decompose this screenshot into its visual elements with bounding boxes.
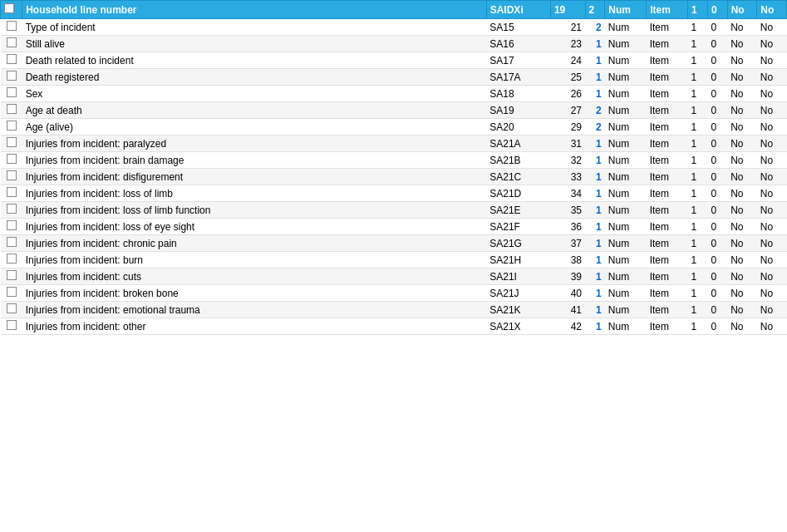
row-num2: 1 (585, 318, 605, 335)
row-num2: 1 (585, 86, 605, 102)
table-row[interactable]: Type of incidentSA15212NumItem10NoNo (1, 19, 787, 36)
row-n1: 1 (688, 69, 708, 86)
table-row[interactable]: Injuries from incident: emotional trauma… (1, 302, 787, 318)
row-checkbox-cell (1, 36, 22, 52)
header-check[interactable] (1, 1, 22, 19)
row-code: SA21K (486, 302, 550, 318)
row-type: Num (605, 69, 647, 86)
row-name: Injuries from incident: broken bone (22, 285, 487, 302)
table-row[interactable]: Injuries from incident: paralyzedSA21A31… (1, 135, 787, 152)
row-no2: No (757, 202, 787, 219)
row-no2: No (757, 119, 787, 135)
row-num1: 23 (550, 36, 585, 52)
row-num1: 36 (550, 219, 585, 235)
table-row[interactable]: Injuries from incident: loss of limbSA21… (1, 185, 787, 202)
table-row[interactable]: Age (alive)SA20292NumItem10NoNo (1, 119, 787, 135)
row-num2: 2 (585, 19, 605, 36)
row-n2: 0 (707, 169, 727, 185)
row-checkbox[interactable] (7, 170, 17, 180)
row-checkbox-cell (1, 86, 22, 102)
table-row[interactable]: Death related to incidentSA17241NumItem1… (1, 52, 787, 69)
table-row[interactable]: Injuries from incident: disfigurementSA2… (1, 169, 787, 185)
row-checkbox[interactable] (7, 87, 17, 97)
table-row[interactable]: Injuries from incident: burnSA21H381NumI… (1, 252, 787, 268)
row-code: SA17A (486, 69, 550, 86)
row-code: SA21X (486, 318, 550, 335)
table-row[interactable]: SexSA18261NumItem10NoNo (1, 86, 787, 102)
row-checkbox[interactable] (7, 137, 17, 147)
row-num2: 1 (585, 235, 605, 252)
header-checkbox[interactable] (4, 3, 14, 13)
row-checkbox[interactable] (7, 254, 17, 264)
row-type: Num (605, 219, 647, 235)
row-checkbox[interactable] (7, 21, 17, 31)
row-num1: 39 (550, 268, 585, 285)
table-row[interactable]: Age at deathSA19272NumItem10NoNo (1, 102, 787, 119)
row-num1: 32 (550, 152, 585, 169)
row-no1: No (727, 285, 757, 302)
row-item: Item (647, 102, 688, 119)
row-checkbox[interactable] (7, 54, 17, 64)
row-code: SA15 (486, 19, 550, 36)
table-row[interactable]: Injuries from incident: cutsSA21I391NumI… (1, 268, 787, 285)
row-name: Death related to incident (22, 52, 487, 69)
row-n1: 1 (688, 52, 708, 69)
header-num1: 19 (550, 1, 585, 19)
row-num1: 34 (550, 185, 585, 202)
row-checkbox[interactable] (7, 204, 17, 214)
table-row[interactable]: Injuries from incident: loss of eye sigh… (1, 219, 787, 235)
table-row[interactable]: Injuries from incident: chronic painSA21… (1, 235, 787, 252)
row-type: Num (605, 135, 647, 152)
row-n2: 0 (707, 252, 727, 268)
row-no1: No (727, 235, 757, 252)
row-checkbox[interactable] (7, 303, 17, 313)
table-row[interactable]: Injuries from incident: otherSA21X421Num… (1, 318, 787, 335)
table-row[interactable]: Injuries from incident: loss of limb fun… (1, 202, 787, 219)
row-item: Item (647, 252, 688, 268)
row-checkbox[interactable] (7, 154, 17, 164)
row-checkbox[interactable] (7, 187, 17, 197)
row-name: Still alive (22, 36, 487, 52)
row-code: SA21H (486, 252, 550, 268)
row-code: SA21G (486, 235, 550, 252)
row-num2: 1 (585, 135, 605, 152)
row-no2: No (757, 102, 787, 119)
table-row[interactable]: Death registeredSA17A251NumItem10NoNo (1, 69, 787, 86)
row-n2: 0 (707, 69, 727, 86)
row-no1: No (727, 202, 757, 219)
row-checkbox[interactable] (7, 121, 17, 131)
row-num1: 25 (550, 69, 585, 86)
row-checkbox[interactable] (7, 287, 17, 297)
row-checkbox-cell (1, 185, 22, 202)
row-no1: No (727, 86, 757, 102)
row-item: Item (647, 219, 688, 235)
row-no1: No (727, 318, 757, 335)
row-no1: No (727, 252, 757, 268)
row-n2: 0 (707, 19, 727, 36)
table-row[interactable]: Injuries from incident: broken boneSA21J… (1, 285, 787, 302)
row-checkbox[interactable] (7, 320, 17, 330)
row-type: Num (605, 302, 647, 318)
row-num2: 1 (585, 202, 605, 219)
row-name: Injuries from incident: emotional trauma (22, 302, 487, 318)
row-checkbox[interactable] (7, 270, 17, 280)
row-n2: 0 (707, 86, 727, 102)
row-checkbox[interactable] (7, 104, 17, 114)
row-checkbox-cell (1, 119, 22, 135)
table-row[interactable]: Still aliveSA16231NumItem10NoNo (1, 36, 787, 52)
row-checkbox[interactable] (7, 237, 17, 247)
row-type: Num (605, 268, 647, 285)
row-checkbox[interactable] (7, 220, 17, 230)
row-num2: 1 (585, 268, 605, 285)
row-name: Injuries from incident: other (22, 318, 487, 335)
row-num1: 24 (550, 52, 585, 69)
row-checkbox-cell (1, 285, 22, 302)
row-checkbox[interactable] (7, 37, 17, 47)
row-checkbox-cell (1, 219, 22, 235)
row-n2: 0 (707, 318, 727, 335)
row-checkbox[interactable] (7, 71, 17, 81)
header-n1: 1 (688, 1, 708, 19)
table-row[interactable]: Injuries from incident: brain damageSA21… (1, 152, 787, 169)
row-no2: No (757, 302, 787, 318)
row-num1: 29 (550, 119, 585, 135)
